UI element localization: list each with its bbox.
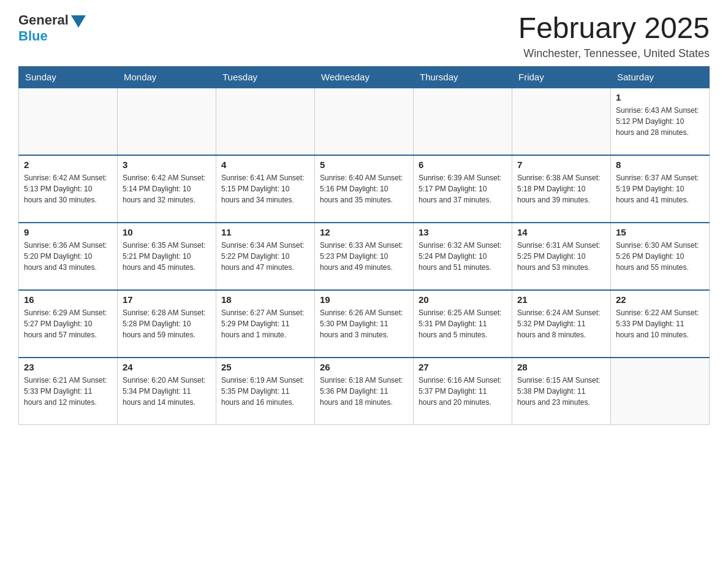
day-number: 17 [123, 294, 211, 305]
day-info: Sunrise: 6:25 AM Sunset: 5:31 PM Dayligh… [419, 307, 507, 340]
calendar-cell-w2d3: 4Sunrise: 6:41 AM Sunset: 5:15 PM Daylig… [216, 155, 315, 223]
calendar-week-1: 1Sunrise: 6:43 AM Sunset: 5:12 PM Daylig… [19, 88, 710, 155]
calendar-cell-w1d3 [216, 88, 315, 155]
calendar-cell-w4d5: 20Sunrise: 6:25 AM Sunset: 5:31 PM Dayli… [414, 290, 512, 358]
calendar-cell-w1d4 [315, 88, 414, 155]
logo: General Blue [18, 12, 86, 44]
day-info: Sunrise: 6:35 AM Sunset: 5:21 PM Dayligh… [123, 240, 211, 273]
day-info: Sunrise: 6:32 AM Sunset: 5:24 PM Dayligh… [419, 240, 507, 273]
calendar-cell-w1d5 [414, 88, 512, 155]
calendar-cell-w5d6: 28Sunrise: 6:15 AM Sunset: 5:38 PM Dayli… [512, 358, 611, 425]
day-number: 8 [616, 159, 704, 170]
calendar: Sunday Monday Tuesday Wednesday Thursday… [18, 66, 710, 426]
day-info: Sunrise: 6:26 AM Sunset: 5:30 PM Dayligh… [320, 307, 408, 340]
day-info: Sunrise: 6:40 AM Sunset: 5:16 PM Dayligh… [320, 172, 408, 205]
calendar-cell-w2d2: 3Sunrise: 6:42 AM Sunset: 5:14 PM Daylig… [118, 155, 216, 223]
day-number: 7 [517, 159, 605, 170]
calendar-week-2: 2Sunrise: 6:42 AM Sunset: 5:13 PM Daylig… [19, 155, 710, 223]
day-number: 4 [221, 159, 309, 170]
day-number: 9 [24, 227, 112, 237]
day-number: 21 [517, 294, 605, 305]
col-thursday: Thursday [414, 66, 512, 88]
day-info: Sunrise: 6:39 AM Sunset: 5:17 PM Dayligh… [419, 172, 507, 205]
day-info: Sunrise: 6:15 AM Sunset: 5:38 PM Dayligh… [517, 375, 605, 408]
day-number: 25 [221, 362, 309, 372]
calendar-week-3: 9Sunrise: 6:36 AM Sunset: 5:20 PM Daylig… [19, 223, 710, 290]
day-info: Sunrise: 6:29 AM Sunset: 5:27 PM Dayligh… [24, 307, 112, 340]
day-info: Sunrise: 6:22 AM Sunset: 5:33 PM Dayligh… [616, 307, 704, 340]
day-info: Sunrise: 6:42 AM Sunset: 5:13 PM Dayligh… [24, 172, 112, 205]
calendar-cell-w3d6: 14Sunrise: 6:31 AM Sunset: 5:25 PM Dayli… [512, 223, 611, 290]
calendar-cell-w4d4: 19Sunrise: 6:26 AM Sunset: 5:30 PM Dayli… [315, 290, 414, 358]
calendar-cell-w4d1: 16Sunrise: 6:29 AM Sunset: 5:27 PM Dayli… [19, 290, 118, 358]
logo-triangle-icon [71, 15, 86, 28]
day-number: 27 [419, 362, 507, 372]
calendar-cell-w2d7: 8Sunrise: 6:37 AM Sunset: 5:19 PM Daylig… [611, 155, 710, 223]
logo-blue-text: Blue [18, 28, 48, 44]
calendar-cell-w4d2: 17Sunrise: 6:28 AM Sunset: 5:28 PM Dayli… [118, 290, 216, 358]
day-number: 10 [123, 227, 211, 237]
calendar-cell-w2d5: 6Sunrise: 6:39 AM Sunset: 5:17 PM Daylig… [414, 155, 512, 223]
day-number: 19 [320, 294, 408, 305]
day-info: Sunrise: 6:30 AM Sunset: 5:26 PM Dayligh… [616, 240, 704, 273]
day-number: 28 [517, 362, 605, 372]
day-number: 11 [221, 227, 309, 237]
calendar-cell-w5d3: 25Sunrise: 6:19 AM Sunset: 5:35 PM Dayli… [216, 358, 315, 425]
day-info: Sunrise: 6:20 AM Sunset: 5:34 PM Dayligh… [123, 375, 211, 408]
calendar-cell-w2d4: 5Sunrise: 6:40 AM Sunset: 5:16 PM Daylig… [315, 155, 414, 223]
calendar-cell-w5d2: 24Sunrise: 6:20 AM Sunset: 5:34 PM Dayli… [118, 358, 216, 425]
day-info: Sunrise: 6:19 AM Sunset: 5:35 PM Dayligh… [221, 375, 309, 408]
day-number: 23 [24, 362, 112, 372]
day-number: 16 [24, 294, 112, 305]
day-info: Sunrise: 6:34 AM Sunset: 5:22 PM Dayligh… [221, 240, 309, 273]
calendar-cell-w1d2 [118, 88, 216, 155]
col-tuesday: Tuesday [216, 66, 315, 88]
day-info: Sunrise: 6:42 AM Sunset: 5:14 PM Dayligh… [123, 172, 211, 205]
day-number: 15 [616, 227, 704, 237]
day-info: Sunrise: 6:33 AM Sunset: 5:23 PM Dayligh… [320, 240, 408, 273]
col-sunday: Sunday [19, 66, 118, 88]
day-number: 20 [419, 294, 507, 305]
calendar-cell-w5d4: 26Sunrise: 6:18 AM Sunset: 5:36 PM Dayli… [315, 358, 414, 425]
calendar-cell-w3d4: 12Sunrise: 6:33 AM Sunset: 5:23 PM Dayli… [315, 223, 414, 290]
calendar-cell-w3d3: 11Sunrise: 6:34 AM Sunset: 5:22 PM Dayli… [216, 223, 315, 290]
day-number: 12 [320, 227, 408, 237]
calendar-cell-w4d7: 22Sunrise: 6:22 AM Sunset: 5:33 PM Dayli… [611, 290, 710, 358]
calendar-cell-w5d5: 27Sunrise: 6:16 AM Sunset: 5:37 PM Dayli… [414, 358, 512, 425]
day-info: Sunrise: 6:27 AM Sunset: 5:29 PM Dayligh… [221, 307, 309, 340]
day-info: Sunrise: 6:38 AM Sunset: 5:18 PM Dayligh… [517, 172, 605, 205]
calendar-cell-w1d1 [19, 88, 118, 155]
day-info: Sunrise: 6:21 AM Sunset: 5:33 PM Dayligh… [24, 375, 112, 408]
logo-text: General [18, 12, 69, 28]
day-info: Sunrise: 6:37 AM Sunset: 5:19 PM Dayligh… [616, 172, 704, 205]
calendar-week-5: 23Sunrise: 6:21 AM Sunset: 5:33 PM Dayli… [19, 358, 710, 425]
day-info: Sunrise: 6:43 AM Sunset: 5:12 PM Dayligh… [616, 105, 704, 138]
calendar-cell-w1d7: 1Sunrise: 6:43 AM Sunset: 5:12 PM Daylig… [611, 88, 710, 155]
day-number: 14 [517, 227, 605, 237]
day-info: Sunrise: 6:36 AM Sunset: 5:20 PM Dayligh… [24, 240, 112, 273]
day-number: 13 [419, 227, 507, 237]
calendar-cell-w5d1: 23Sunrise: 6:21 AM Sunset: 5:33 PM Dayli… [19, 358, 118, 425]
month-title: February 2025 [518, 12, 710, 45]
day-number: 3 [123, 159, 211, 170]
day-number: 5 [320, 159, 408, 170]
calendar-header-row: Sunday Monday Tuesday Wednesday Thursday… [19, 66, 710, 88]
day-number: 18 [221, 294, 309, 305]
day-number: 24 [123, 362, 211, 372]
day-number: 2 [24, 159, 112, 170]
calendar-cell-w3d5: 13Sunrise: 6:32 AM Sunset: 5:24 PM Dayli… [414, 223, 512, 290]
col-friday: Friday [512, 66, 611, 88]
day-number: 6 [419, 159, 507, 170]
location-subtitle: Winchester, Tennessee, United States [518, 47, 710, 60]
day-info: Sunrise: 6:41 AM Sunset: 5:15 PM Dayligh… [221, 172, 309, 205]
day-info: Sunrise: 6:24 AM Sunset: 5:32 PM Dayligh… [517, 307, 605, 340]
calendar-cell-w4d6: 21Sunrise: 6:24 AM Sunset: 5:32 PM Dayli… [512, 290, 611, 358]
calendar-cell-w3d1: 9Sunrise: 6:36 AM Sunset: 5:20 PM Daylig… [19, 223, 118, 290]
header: General Blue February 2025 Winchester, T… [18, 12, 710, 60]
calendar-cell-w2d1: 2Sunrise: 6:42 AM Sunset: 5:13 PM Daylig… [19, 155, 118, 223]
calendar-cell-w2d6: 7Sunrise: 6:38 AM Sunset: 5:18 PM Daylig… [512, 155, 611, 223]
day-info: Sunrise: 6:28 AM Sunset: 5:28 PM Dayligh… [123, 307, 211, 340]
calendar-cell-w5d7 [611, 358, 710, 425]
calendar-cell-w3d7: 15Sunrise: 6:30 AM Sunset: 5:26 PM Dayli… [611, 223, 710, 290]
calendar-week-4: 16Sunrise: 6:29 AM Sunset: 5:27 PM Dayli… [19, 290, 710, 358]
